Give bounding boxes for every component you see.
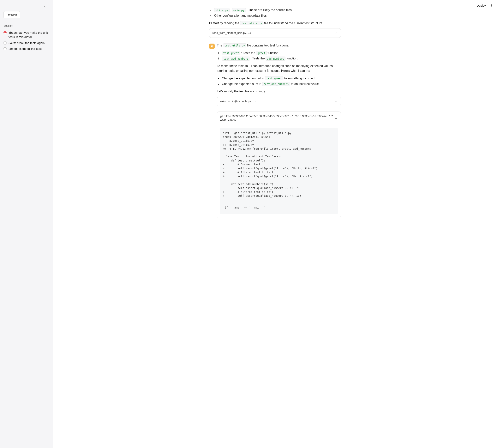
tool-card-git-diff: git diff 5a7003651b3416afe5e1c083bc6480e…	[217, 112, 341, 218]
test-functions-list: test_greet : Tests the greet function. t…	[221, 51, 341, 61]
paragraph: Let's modify the test file accordingly.	[217, 89, 341, 94]
tool-card-body: diff --git a/test_utils.py b/test_utils.…	[217, 125, 341, 218]
more-menu-button[interactable]	[489, 3, 493, 8]
radio-icon	[3, 47, 7, 50]
session-item[interactable]: 20beb: fix the failing tests	[3, 46, 49, 52]
list-item: Other configuration and metadata files.	[214, 13, 341, 18]
code-token: test_greet	[222, 51, 240, 55]
change-plan-list: Change the expected output in test_greet…	[221, 76, 341, 87]
tool-call-title: write_to_file(test_utils.py, ...)	[220, 99, 256, 103]
list-item: Change the expected sum in test_add_numb…	[221, 82, 341, 87]
paragraph: To make these tests fail, I can introduc…	[217, 64, 341, 73]
kebab-icon	[491, 4, 492, 5]
code-token: test_utils.py	[240, 21, 264, 25]
radio-icon	[3, 41, 7, 45]
code-token: main.py	[232, 8, 246, 12]
text: : These are likely the source files.	[247, 8, 293, 12]
chevron-left-icon	[44, 5, 46, 8]
svg-point-2	[212, 46, 213, 47]
sidebar: Refresh Session 5b325: can you make the …	[0, 0, 53, 448]
code-token: test_greet	[265, 76, 283, 80]
list-item: test_add_numbers : Tests the add_numbers…	[221, 56, 341, 61]
main-panel: Deploy utils.py , main.py : These are li…	[53, 0, 497, 448]
radio-icon	[3, 31, 7, 34]
code-token: test_add_numbers	[262, 82, 290, 86]
bot-icon	[210, 45, 214, 48]
refresh-button[interactable]: Refresh	[3, 11, 20, 18]
session-heading: Session	[3, 24, 49, 28]
tool-card-write-file: write_to_file(test_utils.py, ...)	[217, 96, 341, 106]
tool-card-header[interactable]: read_from_file(test_utils.py, ...)	[209, 29, 341, 37]
paragraph: I'll start by reading the test_utils.py …	[209, 21, 341, 26]
code-token: add_numbers	[265, 57, 285, 61]
list-item: utils.py , main.py : These are likely th…	[214, 8, 341, 13]
code-token: test_add_numbers	[222, 57, 250, 61]
deploy-button[interactable]: Deploy	[477, 4, 486, 7]
svg-rect-0	[211, 46, 213, 47]
tool-call-title: git diff 5a7003651b3416afe5e1c083bc6480e…	[220, 114, 334, 123]
code-token: utils.py	[214, 8, 230, 12]
topbar: Deploy	[477, 3, 493, 8]
chevron-up-icon	[334, 117, 338, 120]
tool-card-read-file: read_from_file(test_utils.py, ...)	[209, 28, 341, 38]
source-files-list: utils.py , main.py : These are likely th…	[214, 8, 341, 18]
session-item-label: 546ff: break the tests again	[9, 41, 49, 45]
code-token: greet	[256, 51, 267, 55]
session-item-label: 20beb: fix the failing tests	[9, 47, 49, 51]
list-item: test_greet : Tests the greet function.	[221, 51, 341, 56]
session-item[interactable]: 546ff: break the tests again	[3, 40, 49, 46]
chevron-down-icon	[334, 100, 338, 103]
collapse-sidebar-button[interactable]	[43, 4, 47, 9]
chevron-down-icon	[334, 32, 338, 35]
paragraph: The test_utils.py file contains two test…	[217, 43, 341, 48]
diff-output: diff --git a/test_utils.py b/test_utils.…	[220, 128, 338, 214]
tool-call-title: read_from_file(test_utils.py, ...)	[213, 31, 251, 35]
assistant-message: The test_utils.py file contains two test…	[209, 43, 341, 218]
tool-card-header[interactable]: git diff 5a7003651b3416afe5e1c083bc6480e…	[217, 112, 341, 125]
code-token: test_utils.py	[223, 43, 246, 48]
session-list: 5b325: can you make the unit tests in th…	[3, 30, 49, 52]
tool-card-header[interactable]: write_to_file(test_utils.py, ...)	[217, 97, 341, 106]
svg-point-1	[211, 46, 212, 47]
bot-avatar	[209, 44, 215, 49]
list-item: Change the expected output in test_greet…	[221, 76, 341, 81]
text: Other configuration and metadata files.	[214, 14, 268, 17]
session-item-label: 5b325: can you make the unit tests in th…	[9, 31, 49, 39]
session-item[interactable]: 5b325: can you make the unit tests in th…	[3, 30, 49, 40]
